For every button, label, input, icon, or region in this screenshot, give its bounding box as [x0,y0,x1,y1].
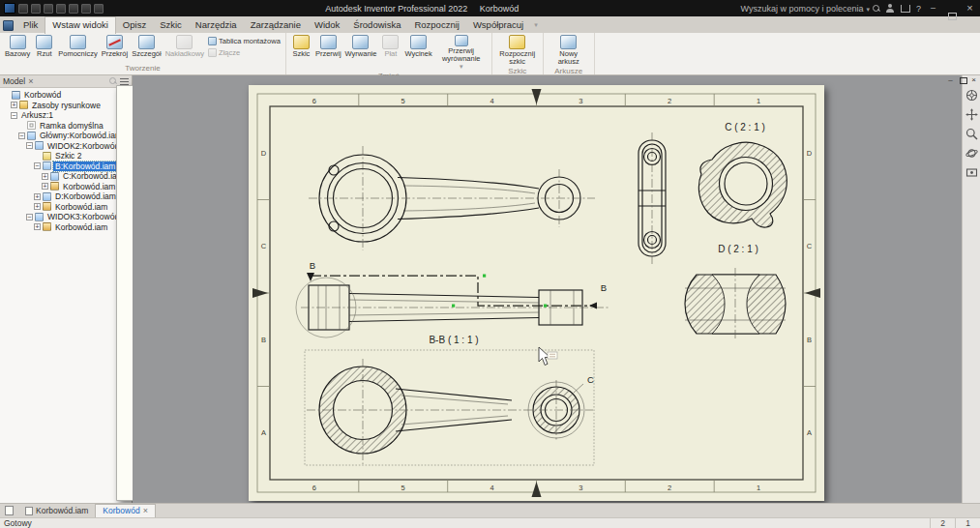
auxiliary-view-button[interactable]: Pomocniczy [56,34,99,59]
tree-item-main-view[interactable]: Główny:Korbowód.iam [0,131,132,141]
break-alignment-button[interactable]: Przerwij wyrównanie [434,34,489,72]
tab-zarzadzanie[interactable]: Zarządzanie [244,17,308,33]
doc-tab-korbowod-iam[interactable]: Korbowód.iam [18,505,95,517]
detail-c-view[interactable]: C ( 2 : 1 ) [698,122,787,227]
tree-item-root[interactable]: Korbowód [0,90,132,101]
tree-item-assembly[interactable]: Korbowód.iam [0,202,132,213]
break-button[interactable]: Przerwij [313,34,343,59]
tab-widok[interactable]: Widok [308,17,346,33]
doc-tab-korbowod-drawing[interactable]: Korbowód [95,504,156,517]
expander-icon[interactable] [11,102,17,108]
tree-item-detail-c-view[interactable]: C:Korbowód.iam [0,171,132,182]
orbit-icon[interactable] [965,147,978,160]
tree-item-sheet1[interactable]: Arkusz:1 [0,110,132,121]
slice-button: Płat [378,34,402,59]
expander-icon[interactable] [34,223,41,230]
redo-icon[interactable] [69,4,78,14]
close-icon[interactable] [964,1,976,16]
svg-text:3: 3 [579,484,582,492]
doc-close-icon[interactable] [968,75,979,85]
sketch-modify-button[interactable]: Szkic [289,34,313,59]
drawing-sheet[interactable]: 6 5 4 3 2 1 6 5 4 3 2 1 D C B [249,85,824,501]
user-icon[interactable] [886,4,895,13]
expander-icon[interactable] [26,214,33,220]
help-search[interactable]: Wyszukaj w pomocy i polecenia [740,4,880,14]
expander-icon[interactable] [34,203,41,210]
application-menu-icon[interactable] [3,20,14,31]
browser-search-icon[interactable] [109,77,117,85]
tab-rozpocznij[interactable]: Rozpocznij [407,17,465,33]
print-icon[interactable] [81,4,91,14]
expander-icon[interactable] [42,183,48,190]
search-caret-icon[interactable] [866,4,870,14]
pan-icon[interactable] [965,108,978,121]
tab-szkic[interactable]: Szkic [153,17,189,33]
doc-restore-icon[interactable] [957,75,967,85]
detail-d-view[interactable]: D ( 2 : 1 ) [685,244,786,340]
start-sketch-button[interactable]: Rozpocznij szkic [495,34,540,67]
minimize-icon[interactable] [927,1,939,15]
tree-item-section-b-view[interactable]: B:Korbowód.iam [0,161,132,172]
tab-wstaw-widoki[interactable]: Wstaw widoki [45,16,116,34]
tree-item-default-border[interactable]: Ramka domyślna [0,121,132,132]
navigation-wheel-icon[interactable] [965,89,978,102]
tree-item-widok3[interactable]: WIDOK3:Korbowód.iam [0,212,132,222]
tab-srodowiska[interactable]: Środowiska [346,17,407,33]
tab-close-icon[interactable] [143,506,148,515]
expander-icon[interactable] [18,132,25,139]
break-out-button[interactable]: Wyrwanie [343,34,379,59]
group-label-tworzenie[interactable]: Tworzenie [3,64,282,74]
tree-item-assembly[interactable]: Korbowód.iam [0,222,132,233]
open-icon[interactable] [31,4,41,14]
dropdown-caret-icon[interactable] [460,63,463,71]
section-view-button[interactable]: Przekrój [100,34,131,59]
help-icon[interactable] [916,4,921,14]
update-icon[interactable] [94,4,104,14]
new-file-icon[interactable] [18,4,28,14]
cap-view[interactable] [638,132,666,264]
look-at-icon[interactable] [965,166,978,179]
base-view-button[interactable]: Bazowy [3,34,32,59]
save-icon[interactable] [44,4,53,14]
browser-menu-icon[interactable] [120,78,129,85]
tree-item-widok2[interactable]: WIDOK2:Korbowód.iam [0,141,132,152]
profile-view[interactable]: B B [296,260,609,337]
drawing-sheet-svg[interactable]: 6 5 4 3 2 1 6 5 4 3 2 1 D C B [249,85,824,501]
draft-view-button[interactable]: Tablica montażowa [206,36,282,46]
graphics-canvas[interactable]: 6 5 4 3 2 1 6 5 4 3 2 1 D C B [133,75,962,503]
detail-view-button[interactable]: Szczegół [130,34,163,59]
tree-item-detail-d-view[interactable]: D:Korbowód.iam [0,191,132,202]
folder-icon [19,101,28,109]
svg-text:5: 5 [401,97,405,105]
new-sheet-button[interactable]: Nowy arkusz [547,34,591,67]
zoom-icon[interactable] [965,128,978,140]
tree-item-assembly[interactable]: Korbowód.iam [0,182,132,192]
expander-icon[interactable] [34,162,41,169]
projected-view-button[interactable]: Rzut [32,34,56,59]
cart-icon[interactable] [901,5,910,13]
search-icon[interactable] [873,5,880,13]
expander-icon[interactable] [11,112,17,119]
front-view[interactable] [309,146,595,250]
tab-wspolpracuj[interactable]: Współpracuj [466,17,530,33]
tree-item-sketch2[interactable]: Szkic 2 [0,151,132,161]
tree-item-drawing-resources[interactable]: Zasoby rysunkowe [0,101,132,111]
svg-text:1: 1 [757,97,760,105]
detail-c-label: C ( 2 : 1 ) [725,122,765,132]
ribbon-options-icon[interactable] [530,18,542,33]
browser-close-icon[interactable] [28,76,33,86]
drawing-document-icon [12,91,20,100]
view-icon [35,141,44,150]
sheet-quick-icon[interactable] [5,506,14,515]
crop-button[interactable]: Wycinek [402,34,433,59]
status-counter-1: 2 [930,518,955,528]
tab-plik[interactable]: Plik [16,17,45,33]
expander-icon[interactable] [34,193,41,200]
tab-opisz[interactable]: Opisz [116,17,153,33]
new-sheet-icon [560,35,577,49]
doc-minimize-icon[interactable] [945,75,956,85]
tab-narzedzia[interactable]: Narzędzia [189,17,244,33]
expander-icon[interactable] [42,173,48,180]
expander-icon[interactable] [26,142,33,149]
undo-icon[interactable] [56,4,66,14]
